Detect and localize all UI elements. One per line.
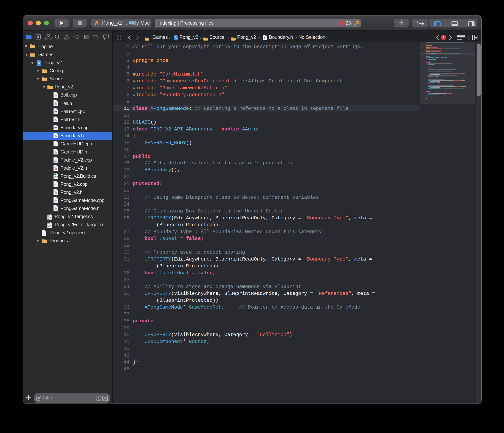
svg-text:h: h xyxy=(264,36,266,40)
svg-text:h: h xyxy=(55,150,57,154)
svg-text:m: m xyxy=(54,198,57,203)
svg-text:Dw: Dw xyxy=(48,224,52,227)
svg-text:Dw: Dw xyxy=(54,175,58,179)
svg-text:m: m xyxy=(54,93,57,98)
svg-text:m: m xyxy=(54,182,57,187)
svg-text:h: h xyxy=(55,101,57,106)
svg-text:h: h xyxy=(55,134,57,138)
svg-text:m: m xyxy=(54,142,57,146)
svg-text:m: m xyxy=(54,126,57,130)
svg-text:h: h xyxy=(55,166,57,171)
svg-text:Dw: Dw xyxy=(48,216,52,219)
svg-text:h: h xyxy=(55,190,57,195)
svg-text:h: h xyxy=(55,207,57,211)
svg-text:m: m xyxy=(54,109,57,114)
svg-text:m: m xyxy=(54,158,57,162)
svg-text:h: h xyxy=(55,117,57,122)
